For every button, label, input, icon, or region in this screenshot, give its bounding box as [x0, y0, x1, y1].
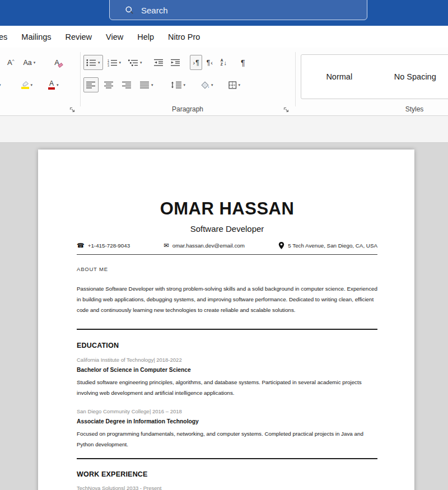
- clear-formatting-icon: A: [54, 58, 59, 67]
- chevron-down-icon: ▾: [140, 60, 142, 65]
- multilevel-list-button[interactable]: ▾: [125, 55, 145, 70]
- show-paragraph-marks-button[interactable]: ¶: [238, 55, 248, 70]
- phone-text: +1-415-728-9043: [88, 242, 130, 249]
- tab-review[interactable]: Review: [66, 32, 92, 41]
- styles-group-label: Styles: [392, 105, 437, 113]
- line-spacing-button[interactable]: ▾: [168, 77, 189, 92]
- chevron-down-icon: ▾: [98, 60, 100, 65]
- document-canvas: OMAR HASSAN Software Developer ☎ +1-415-…: [0, 143, 448, 490]
- about-heading: ABOUT ME: [77, 266, 377, 272]
- phone-icon: ☎: [77, 242, 85, 249]
- align-right-icon: [122, 81, 132, 88]
- paragraph-group-row2: ▾ ▾ ▾ ▾: [83, 77, 243, 92]
- borders-button[interactable]: ▾: [226, 77, 244, 92]
- grow-font-button[interactable]: A^: [4, 55, 17, 70]
- tab-references-partial[interactable]: es: [0, 32, 7, 41]
- font-dialog-launcher[interactable]: [69, 105, 76, 112]
- chevron-down-icon: ▾: [239, 83, 241, 87]
- right-to-left-icon: ¶‹: [207, 59, 213, 67]
- email-text: omar.hassan.dev@email.com: [172, 242, 245, 249]
- chevron-down-icon: ▾: [211, 83, 213, 87]
- style-no-spacing[interactable]: No Spacing: [377, 55, 448, 99]
- document-page[interactable]: OMAR HASSAN Software Developer ☎ +1-415-…: [38, 150, 414, 490]
- increase-indent-icon: [171, 59, 180, 67]
- paragraph-dialog-launcher[interactable]: [283, 105, 290, 112]
- tab-mailings[interactable]: Mailings: [21, 32, 51, 41]
- font-group-row2: ▾ ▾ A ▾: [0, 77, 62, 92]
- font-group-row1: A^ Aa ▾ A: [4, 55, 62, 70]
- resume-content: OMAR HASSAN Software Developer ☎ +1-415-…: [38, 150, 414, 490]
- decrease-indent-button[interactable]: [151, 55, 166, 70]
- education-school-line: San Diego Community College| 2016 – 2018: [77, 408, 377, 414]
- pilcrow-icon: ¶: [241, 58, 245, 67]
- justify-icon: [140, 81, 150, 88]
- education-description: Studied software engineering principles,…: [77, 377, 377, 398]
- location-pin-icon: [278, 242, 284, 249]
- contact-address: 5 Tech Avenue, San Diego, CA, USA: [278, 242, 377, 249]
- education-degree: Bachelor of Science in Computer Science: [77, 367, 377, 373]
- tab-view[interactable]: View: [106, 32, 123, 41]
- chevron-down-icon: ▾: [151, 83, 153, 87]
- education-degree: Associate Degree in Information Technolo…: [77, 418, 377, 424]
- about-text: Passionate Software Developer with stron…: [77, 284, 377, 315]
- left-to-right-icon: ›¶: [193, 59, 199, 67]
- text-highlight-color-button[interactable]: ▾: [18, 77, 36, 92]
- change-case-icon: Aa: [23, 59, 31, 67]
- paragraph-group-label: Paragraph: [80, 105, 295, 113]
- chevron-down-icon: ▾: [57, 83, 59, 87]
- chevron-down-icon: ▾: [31, 83, 33, 87]
- numbering-icon: 1 2 3: [108, 59, 118, 67]
- font-color-icon: A: [48, 80, 55, 90]
- shading-button[interactable]: ▾: [198, 77, 216, 92]
- experience-company-line: TechNova Solutions| 2033 - Present: [77, 485, 377, 490]
- titlebar: Search: [0, 0, 448, 26]
- chevron-down-icon: ▾: [0, 83, 1, 87]
- font-color-button[interactable]: A ▾: [45, 77, 62, 92]
- contact-email: ✉ omar.hassan.dev@email.com: [164, 242, 244, 249]
- align-center-icon: [104, 81, 114, 88]
- style-normal[interactable]: Normal: [301, 55, 377, 99]
- align-left-icon: [86, 81, 96, 88]
- contact-row: ☎ +1-415-728-9043 ✉ omar.hassan.dev@emai…: [77, 242, 377, 249]
- borders-icon: [228, 81, 237, 89]
- sort-button[interactable]: AZ ↓: [218, 55, 230, 70]
- search-box[interactable]: Search: [109, 0, 367, 20]
- left-to-right-paragraph-button[interactable]: ›¶: [190, 55, 202, 70]
- highlighter-icon: [21, 81, 29, 89]
- search-icon: [125, 6, 134, 15]
- education-heading: EDUCATION: [77, 342, 377, 349]
- ribbon: A^ Aa ▾ A ▾ ▾ A ▾: [0, 48, 448, 116]
- bullets-icon: [86, 59, 96, 67]
- divider: [77, 254, 377, 255]
- chevron-down-icon: ▾: [34, 60, 36, 65]
- svg-text:3: 3: [108, 63, 109, 66]
- contact-phone: ☎ +1-415-728-9043: [77, 242, 130, 249]
- align-right-button[interactable]: [119, 77, 134, 92]
- align-center-button[interactable]: [101, 77, 116, 92]
- numbering-button[interactable]: 1 2 3 ▾: [105, 55, 124, 70]
- increase-indent-button[interactable]: [168, 55, 183, 70]
- education-school-line: California Institute of Technology| 2018…: [77, 357, 377, 363]
- bullets-button[interactable]: ▾: [83, 55, 103, 70]
- experience-heading: WORK EXPERIENCE: [77, 470, 377, 478]
- tab-help[interactable]: Help: [137, 32, 154, 41]
- chevron-down-icon: ▾: [184, 83, 186, 87]
- multilevel-list-icon: [128, 59, 138, 67]
- align-left-button[interactable]: [83, 77, 99, 92]
- right-to-left-paragraph-button[interactable]: ¶‹: [204, 55, 216, 70]
- paint-bucket-icon: [200, 81, 209, 89]
- education-description: Focused on programming fundamentals, net…: [77, 428, 377, 450]
- ribbon-tab-row: es Mailings Review View Help Nitro Pro: [0, 26, 448, 48]
- clear-formatting-button[interactable]: A: [52, 55, 62, 70]
- envelope-icon: ✉: [164, 242, 169, 249]
- divider: [77, 329, 377, 330]
- tab-nitro-pro[interactable]: Nitro Pro: [168, 32, 200, 41]
- sort-icon: AZ ↓: [221, 59, 227, 66]
- address-text: 5 Tech Avenue, San Diego, CA, USA: [288, 242, 377, 249]
- group-separator: [80, 52, 81, 106]
- justify-button[interactable]: ▾: [137, 77, 156, 92]
- change-case-button[interactable]: Aa ▾: [20, 55, 38, 70]
- search-label: Search: [141, 6, 168, 15]
- chevron-down-icon: ▾: [119, 60, 122, 65]
- text-effects-dropdown-partial[interactable]: ▾: [0, 77, 4, 92]
